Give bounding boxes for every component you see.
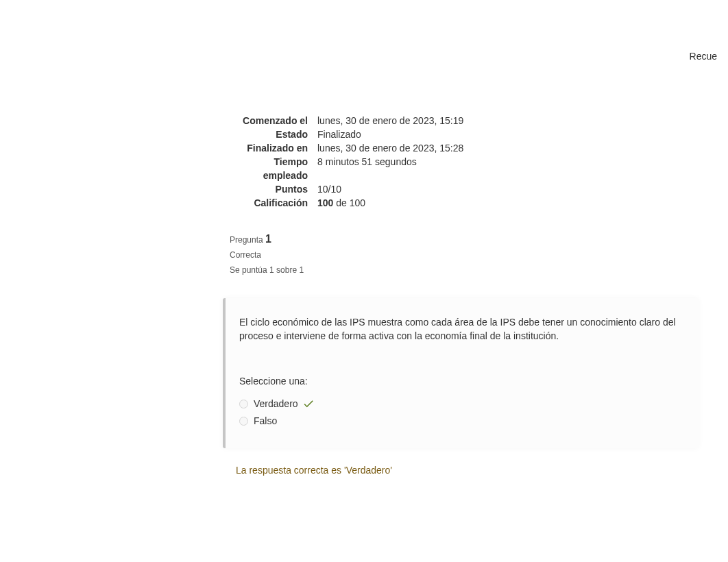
- summary-row-grade: Calificación 100 de 100: [230, 196, 709, 210]
- summary-label: Estado: [230, 127, 317, 141]
- summary-label: Puntos: [230, 182, 317, 196]
- quiz-summary: Comenzado el lunes, 30 de enero de 2023,…: [230, 114, 709, 210]
- summary-label: Finalizado en: [230, 141, 317, 155]
- question-meta: Pregunta 1 Correcta Se puntúa 1 sobre 1: [230, 232, 728, 278]
- summary-label: Comenzado el: [230, 114, 317, 127]
- option-true[interactable]: Verdadero: [239, 395, 685, 413]
- radio-icon[interactable]: [239, 417, 248, 426]
- summary-value: lunes, 30 de enero de 2023, 15:19: [317, 114, 709, 127]
- question-number: 1: [265, 233, 271, 245]
- top-link-cutoff[interactable]: Recue: [690, 51, 717, 62]
- question-box: El ciclo económico de las IPS muestra co…: [223, 298, 699, 448]
- option-false[interactable]: Falso: [239, 413, 685, 429]
- summary-row-completed: Finalizado en lunes, 30 de enero de 2023…: [230, 141, 709, 155]
- summary-value: lunes, 30 de enero de 2023, 15:28: [317, 141, 709, 155]
- grade-suffix: de 100: [333, 197, 365, 208]
- summary-value: 8 minutos 51 segundos: [317, 155, 709, 182]
- summary-row-points: Puntos 10/10: [230, 182, 709, 196]
- summary-label: Tiempo empleado: [230, 155, 317, 182]
- summary-label: Calificación: [230, 196, 317, 210]
- option-label-false: Falso: [254, 415, 277, 426]
- question-text: El ciclo económico de las IPS muestra co…: [239, 316, 685, 343]
- question-marks: Se puntúa 1 sobre 1: [230, 262, 728, 278]
- select-prompt: Seleccione una:: [239, 376, 685, 387]
- summary-value: Finalizado: [317, 127, 709, 141]
- summary-value: 100 de 100: [317, 196, 709, 210]
- question-status: Correcta: [230, 247, 728, 262]
- question-label: Pregunta: [230, 235, 265, 245]
- radio-icon[interactable]: [239, 400, 248, 408]
- summary-row-state: Estado Finalizado: [230, 127, 709, 141]
- answer-feedback: La respuesta correcta es 'Verdadero': [236, 465, 728, 476]
- summary-value: 10/10: [317, 182, 709, 196]
- summary-row-started: Comenzado el lunes, 30 de enero de 2023,…: [230, 114, 709, 127]
- summary-row-time: Tiempo empleado 8 minutos 51 segundos: [230, 155, 709, 182]
- question-number-line: Pregunta 1: [230, 232, 728, 247]
- option-label-true: Verdadero: [254, 398, 298, 409]
- grade-value: 100: [317, 197, 333, 208]
- check-icon: [302, 398, 315, 410]
